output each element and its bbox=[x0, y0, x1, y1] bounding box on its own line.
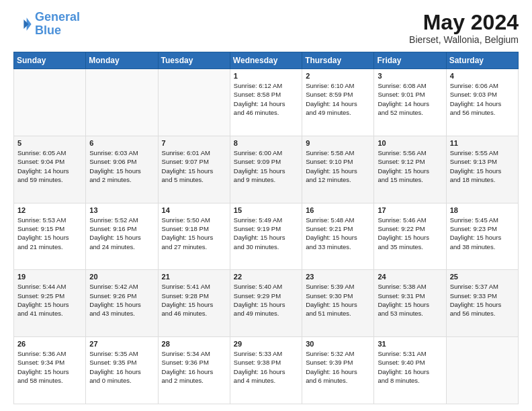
calendar-cell: 31Sunrise: 5:31 AM Sunset: 9:40 PM Dayli… bbox=[374, 337, 446, 404]
day-number: 29 bbox=[234, 340, 298, 348]
logo-line2: Blue bbox=[35, 24, 61, 37]
calendar-week-2: 5Sunrise: 6:05 AM Sunset: 9:04 PM Daylig… bbox=[14, 136, 519, 203]
day-content: Sunrise: 5:38 AM Sunset: 9:31 PM Dayligh… bbox=[378, 282, 442, 318]
day-content: Sunrise: 6:10 AM Sunset: 8:59 PM Dayligh… bbox=[306, 81, 370, 117]
day-content: Sunrise: 6:01 AM Sunset: 9:07 PM Dayligh… bbox=[162, 148, 226, 184]
calendar-cell bbox=[446, 337, 518, 404]
calendar-cell: 12Sunrise: 5:53 AM Sunset: 9:15 PM Dayli… bbox=[14, 203, 86, 270]
day-content: Sunrise: 5:48 AM Sunset: 9:21 PM Dayligh… bbox=[306, 216, 370, 251]
calendar-cell: 4Sunrise: 6:06 AM Sunset: 9:03 PM Daylig… bbox=[446, 69, 518, 136]
day-number: 5 bbox=[17, 139, 82, 147]
header: General Blue May 2024 Bierset, Wallonia,… bbox=[13, 11, 519, 45]
day-content: Sunrise: 5:34 AM Sunset: 9:36 PM Dayligh… bbox=[162, 349, 226, 385]
calendar-cell: 11Sunrise: 5:55 AM Sunset: 9:13 PM Dayli… bbox=[446, 136, 518, 203]
calendar-cell: 5Sunrise: 6:05 AM Sunset: 9:04 PM Daylig… bbox=[14, 136, 86, 203]
header-friday: Friday bbox=[374, 52, 446, 69]
calendar-cell: 22Sunrise: 5:40 AM Sunset: 9:29 PM Dayli… bbox=[230, 270, 302, 337]
day-number: 8 bbox=[234, 139, 298, 147]
day-number: 19 bbox=[17, 273, 82, 281]
calendar-cell: 17Sunrise: 5:46 AM Sunset: 9:22 PM Dayli… bbox=[374, 203, 446, 270]
day-content: Sunrise: 5:58 AM Sunset: 9:10 PM Dayligh… bbox=[306, 148, 370, 184]
month-title: May 2024 bbox=[409, 11, 519, 34]
day-number: 14 bbox=[162, 206, 226, 214]
day-content: Sunrise: 5:39 AM Sunset: 9:30 PM Dayligh… bbox=[306, 282, 370, 318]
day-number: 18 bbox=[450, 206, 515, 214]
calendar-cell: 25Sunrise: 5:37 AM Sunset: 9:33 PM Dayli… bbox=[446, 270, 518, 337]
day-number: 4 bbox=[450, 72, 515, 80]
day-content: Sunrise: 6:08 AM Sunset: 9:01 PM Dayligh… bbox=[378, 81, 442, 117]
day-number: 25 bbox=[450, 273, 515, 281]
day-content: Sunrise: 5:46 AM Sunset: 9:22 PM Dayligh… bbox=[378, 216, 442, 251]
day-number: 23 bbox=[306, 273, 370, 281]
day-content: Sunrise: 5:32 AM Sunset: 9:39 PM Dayligh… bbox=[306, 349, 370, 385]
day-number: 20 bbox=[89, 273, 154, 281]
day-content: Sunrise: 5:41 AM Sunset: 9:28 PM Dayligh… bbox=[162, 282, 226, 318]
day-content: Sunrise: 6:05 AM Sunset: 9:04 PM Dayligh… bbox=[17, 148, 82, 184]
day-content: Sunrise: 5:35 AM Sunset: 9:35 PM Dayligh… bbox=[89, 349, 154, 385]
day-content: Sunrise: 6:12 AM Sunset: 8:58 PM Dayligh… bbox=[234, 81, 298, 117]
day-content: Sunrise: 6:00 AM Sunset: 9:09 PM Dayligh… bbox=[234, 148, 298, 184]
day-number: 11 bbox=[450, 139, 515, 147]
day-content: Sunrise: 5:31 AM Sunset: 9:40 PM Dayligh… bbox=[378, 349, 442, 385]
day-content: Sunrise: 5:45 AM Sunset: 9:23 PM Dayligh… bbox=[450, 216, 515, 251]
day-content: Sunrise: 6:03 AM Sunset: 9:06 PM Dayligh… bbox=[89, 148, 154, 184]
calendar-cell: 1Sunrise: 6:12 AM Sunset: 8:58 PM Daylig… bbox=[230, 69, 302, 136]
day-number: 15 bbox=[234, 206, 298, 214]
day-content: Sunrise: 5:40 AM Sunset: 9:29 PM Dayligh… bbox=[234, 282, 298, 318]
calendar-cell: 15Sunrise: 5:49 AM Sunset: 9:19 PM Dayli… bbox=[230, 203, 302, 270]
calendar-cell: 14Sunrise: 5:50 AM Sunset: 9:18 PM Dayli… bbox=[158, 203, 230, 270]
day-number: 17 bbox=[378, 206, 442, 214]
calendar-table: Sunday Monday Tuesday Wednesday Thursday… bbox=[13, 52, 519, 404]
calendar-week-1: 1Sunrise: 6:12 AM Sunset: 8:58 PM Daylig… bbox=[14, 69, 519, 136]
calendar-week-3: 12Sunrise: 5:53 AM Sunset: 9:15 PM Dayli… bbox=[14, 203, 519, 270]
calendar-cell: 8Sunrise: 6:00 AM Sunset: 9:09 PM Daylig… bbox=[230, 136, 302, 203]
day-content: Sunrise: 5:42 AM Sunset: 9:26 PM Dayligh… bbox=[89, 282, 154, 318]
calendar-cell: 29Sunrise: 5:33 AM Sunset: 9:38 PM Dayli… bbox=[230, 337, 302, 404]
day-number: 7 bbox=[162, 139, 226, 147]
day-number: 9 bbox=[306, 139, 370, 147]
day-number: 26 bbox=[17, 340, 82, 348]
calendar-cell: 18Sunrise: 5:45 AM Sunset: 9:23 PM Dayli… bbox=[446, 203, 518, 270]
day-content: Sunrise: 5:44 AM Sunset: 9:25 PM Dayligh… bbox=[17, 282, 82, 318]
calendar-cell: 30Sunrise: 5:32 AM Sunset: 9:39 PM Dayli… bbox=[302, 337, 374, 404]
calendar-cell: 19Sunrise: 5:44 AM Sunset: 9:25 PM Dayli… bbox=[14, 270, 86, 337]
day-content: Sunrise: 5:37 AM Sunset: 9:33 PM Dayligh… bbox=[450, 282, 515, 318]
day-number: 27 bbox=[89, 340, 154, 348]
calendar-cell: 9Sunrise: 5:58 AM Sunset: 9:10 PM Daylig… bbox=[302, 136, 374, 203]
day-number: 21 bbox=[162, 273, 226, 281]
calendar-cell: 23Sunrise: 5:39 AM Sunset: 9:30 PM Dayli… bbox=[302, 270, 374, 337]
calendar-week-4: 19Sunrise: 5:44 AM Sunset: 9:25 PM Dayli… bbox=[14, 270, 519, 337]
day-number: 2 bbox=[306, 72, 370, 80]
day-content: Sunrise: 6:06 AM Sunset: 9:03 PM Dayligh… bbox=[450, 81, 515, 117]
calendar-cell: 27Sunrise: 5:35 AM Sunset: 9:35 PM Dayli… bbox=[86, 337, 158, 404]
title-block: May 2024 Bierset, Wallonia, Belgium bbox=[409, 11, 519, 45]
calendar-cell: 26Sunrise: 5:36 AM Sunset: 9:34 PM Dayli… bbox=[14, 337, 86, 404]
logo-text: General Blue bbox=[35, 11, 80, 38]
calendar-header-row: Sunday Monday Tuesday Wednesday Thursday… bbox=[14, 52, 519, 69]
calendar-cell bbox=[158, 69, 230, 136]
day-content: Sunrise: 5:33 AM Sunset: 9:38 PM Dayligh… bbox=[234, 349, 298, 385]
day-number: 31 bbox=[378, 340, 442, 348]
day-number: 12 bbox=[17, 206, 82, 214]
calendar-cell: 7Sunrise: 6:01 AM Sunset: 9:07 PM Daylig… bbox=[158, 136, 230, 203]
calendar-cell: 20Sunrise: 5:42 AM Sunset: 9:26 PM Dayli… bbox=[86, 270, 158, 337]
day-content: Sunrise: 5:36 AM Sunset: 9:34 PM Dayligh… bbox=[17, 349, 82, 385]
header-monday: Monday bbox=[86, 52, 158, 69]
header-thursday: Thursday bbox=[302, 52, 374, 69]
location: Bierset, Wallonia, Belgium bbox=[409, 34, 519, 45]
calendar-cell: 28Sunrise: 5:34 AM Sunset: 9:36 PM Dayli… bbox=[158, 337, 230, 404]
day-content: Sunrise: 5:52 AM Sunset: 9:16 PM Dayligh… bbox=[89, 216, 154, 251]
calendar-cell: 2Sunrise: 6:10 AM Sunset: 8:59 PM Daylig… bbox=[302, 69, 374, 136]
calendar-cell: 21Sunrise: 5:41 AM Sunset: 9:28 PM Dayli… bbox=[158, 270, 230, 337]
day-content: Sunrise: 5:56 AM Sunset: 9:12 PM Dayligh… bbox=[378, 148, 442, 184]
day-number: 3 bbox=[378, 72, 442, 80]
header-tuesday: Tuesday bbox=[158, 52, 230, 69]
day-number: 6 bbox=[89, 139, 154, 147]
logo-line1: General bbox=[35, 10, 80, 24]
day-number: 30 bbox=[306, 340, 370, 348]
day-number: 1 bbox=[234, 72, 298, 80]
day-number: 24 bbox=[378, 273, 442, 281]
day-content: Sunrise: 5:50 AM Sunset: 9:18 PM Dayligh… bbox=[162, 216, 226, 251]
day-number: 28 bbox=[162, 340, 226, 348]
calendar-cell bbox=[86, 69, 158, 136]
